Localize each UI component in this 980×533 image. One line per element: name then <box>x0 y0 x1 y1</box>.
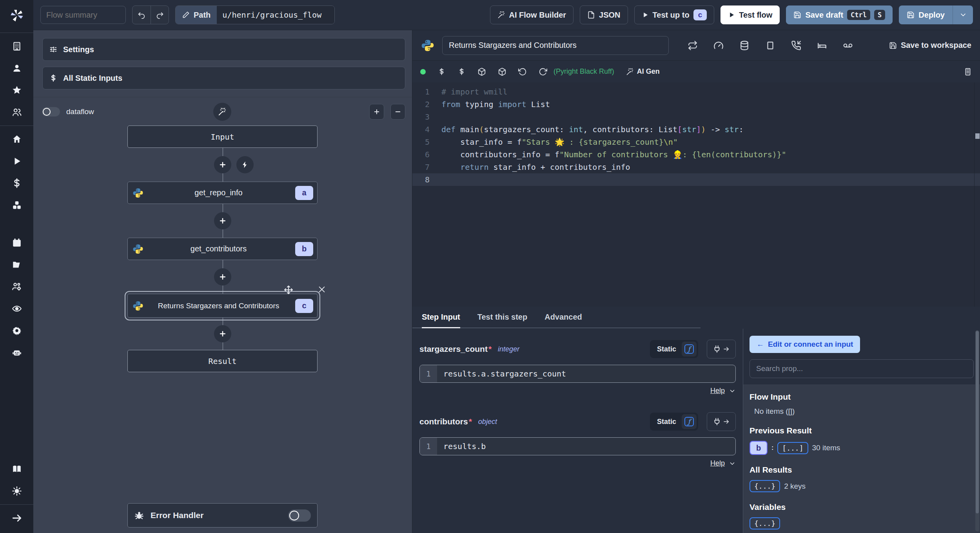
input-mode-toggle[interactable]: Static ƒ <box>650 340 698 358</box>
add-step-button[interactable] <box>214 268 231 286</box>
delete-step-button[interactable] <box>318 285 326 294</box>
path-control[interactable]: Path <box>175 5 335 24</box>
deploy-dropdown-button[interactable] <box>953 5 973 24</box>
expr-editor-stargazers[interactable]: 1 results.a.stargazers_count <box>419 365 736 383</box>
code-assistants-label[interactable]: (Pyright Black Ruff) <box>554 67 614 76</box>
ai-flow-builder-button[interactable]: AI Flow Builder <box>490 5 574 24</box>
code-line[interactable]: 1# import wmill <box>412 85 980 98</box>
add-step-button[interactable] <box>214 156 231 173</box>
editor-scrollbar[interactable] <box>974 82 980 307</box>
expand-sidebar-arrow-icon[interactable] <box>0 507 33 529</box>
runs-play-icon[interactable] <box>0 150 33 172</box>
suspend-square-icon[interactable] <box>765 40 775 51</box>
help-link[interactable]: Help <box>710 387 725 395</box>
code-line[interactable]: 4def main(stargazers_count: int, contrib… <box>412 123 980 136</box>
javascript-expr-mode-button[interactable]: ƒ <box>682 414 697 429</box>
add-step-button[interactable] <box>214 325 231 342</box>
dataflow-toggle[interactable] <box>42 107 60 116</box>
flow-settings-button[interactable]: Settings <box>42 38 405 61</box>
settings-gear-icon[interactable] <box>0 320 33 342</box>
collapsed-array-badge[interactable]: [...] <box>777 442 808 454</box>
theme-sun-icon[interactable] <box>0 480 33 502</box>
code-line[interactable]: 6 contributors_info = f"Number of contri… <box>412 148 980 161</box>
json-button[interactable]: JSON <box>580 5 628 24</box>
package-icon[interactable] <box>498 67 506 76</box>
code-line[interactable]: 2from typing import List <box>412 98 980 111</box>
result-key-badge[interactable]: b <box>750 441 768 455</box>
code-line[interactable]: 5 star_info = f"Stars 🌟 : {stargazers_co… <box>412 136 980 148</box>
connect-input-plug-button[interactable] <box>707 340 736 358</box>
code-line[interactable]: 3 <box>412 111 980 123</box>
all-static-inputs-button[interactable]: All Static Inputs <box>42 67 405 89</box>
sleep-bed-icon[interactable] <box>817 40 827 51</box>
test-flow-button[interactable]: Test flow <box>720 5 780 24</box>
workers-users-gear-icon[interactable] <box>0 276 33 298</box>
save-draft-button[interactable]: Save draft Ctrl S <box>786 5 893 24</box>
variables-dollar-icon[interactable] <box>457 67 466 76</box>
edit-or-connect-input-button[interactable]: ← Edit or connect an input <box>750 336 860 353</box>
ai-builder-wand-button[interactable] <box>213 103 231 121</box>
prop-panel-scrollbar[interactable] <box>975 330 979 531</box>
collapsed-object-badge[interactable]: {...} <box>750 480 780 492</box>
resources-boxes-icon[interactable] <box>0 194 33 216</box>
graph-node-step-c[interactable]: Returns Stargazers and Contributors c <box>127 294 318 318</box>
docs-book-icon[interactable] <box>0 458 33 480</box>
help-link[interactable]: Help <box>710 459 725 468</box>
test-up-to-button[interactable]: Test up to c <box>634 5 715 24</box>
folders-icon[interactable] <box>0 254 33 276</box>
deploy-button[interactable]: Deploy <box>899 5 953 24</box>
user-icon[interactable] <box>0 57 33 79</box>
flow-summary-input[interactable] <box>40 6 126 24</box>
zoom-in-button[interactable] <box>369 104 384 120</box>
add-trigger-bolt-button[interactable] <box>236 156 254 173</box>
reload-refresh-icon[interactable] <box>539 67 547 76</box>
code-line[interactable]: 8 <box>412 173 980 186</box>
reset-rotate-ccw-icon[interactable] <box>518 67 527 76</box>
early-stop-gauge-icon[interactable] <box>713 40 724 51</box>
variables-dollar-icon[interactable] <box>0 172 33 194</box>
mock-voicemail-icon[interactable] <box>843 40 853 51</box>
step-title-input[interactable] <box>442 36 669 55</box>
path-value-input[interactable] <box>217 6 334 24</box>
code-line[interactable]: 7 return star_info + contributors_info <box>412 161 980 173</box>
package-icon[interactable] <box>477 67 486 76</box>
windmill-logo-icon[interactable] <box>0 0 33 30</box>
input-mode-toggle[interactable]: Static ƒ <box>650 413 698 431</box>
javascript-expr-mode-button[interactable]: ƒ <box>682 342 697 357</box>
home-icon[interactable] <box>0 128 33 150</box>
redo-button[interactable] <box>151 6 169 24</box>
error-handler-node[interactable]: Error Handler <box>127 503 318 528</box>
audit-eye-icon[interactable] <box>0 298 33 320</box>
chevron-down-icon[interactable] <box>729 460 736 467</box>
retries-repeat-icon[interactable] <box>688 40 698 51</box>
add-step-button[interactable] <box>214 212 231 229</box>
connect-input-plug-button[interactable] <box>707 412 736 431</box>
phone-incoming-icon[interactable] <box>791 40 801 51</box>
tab-advanced[interactable]: Advanced <box>544 307 582 328</box>
graph-node-input[interactable]: Input <box>127 126 318 148</box>
schedules-calendar-icon[interactable] <box>0 232 33 254</box>
workspace-icon[interactable] <box>0 35 33 57</box>
graph-node-step-b[interactable]: get_contributors b <box>127 238 318 260</box>
tab-step-input[interactable]: Step Input <box>422 307 460 328</box>
graph-node-result[interactable]: Result <box>127 350 318 372</box>
ai-gen-button[interactable]: AI Gen <box>626 67 660 76</box>
zoom-out-button[interactable] <box>390 104 405 120</box>
collapsed-object-badge[interactable]: {...} <box>750 517 780 529</box>
groups-icon[interactable] <box>0 101 33 123</box>
expr-editor-contributors[interactable]: 1 results.b <box>419 437 736 455</box>
code-editor[interactable]: 1# import wmill2from typing import List3… <box>412 82 980 307</box>
ai-robot-icon[interactable] <box>0 342 33 364</box>
chevron-down-icon[interactable] <box>729 387 736 395</box>
move-step-handle[interactable] <box>284 285 293 295</box>
cache-database-icon[interactable] <box>739 40 750 51</box>
save-to-workspace-button[interactable]: Save to workspace <box>889 41 971 50</box>
favorites-star-icon[interactable] <box>0 79 33 101</box>
search-prop-input[interactable] <box>750 359 974 378</box>
script-library-icon[interactable] <box>964 67 972 76</box>
static-inputs-dollar-icon[interactable] <box>437 67 446 76</box>
tab-test-this-step[interactable]: Test this step <box>477 307 527 328</box>
graph-node-step-a[interactable]: get_repo_info a <box>127 182 318 204</box>
error-handler-toggle[interactable] <box>288 509 311 522</box>
undo-button[interactable] <box>132 6 151 24</box>
